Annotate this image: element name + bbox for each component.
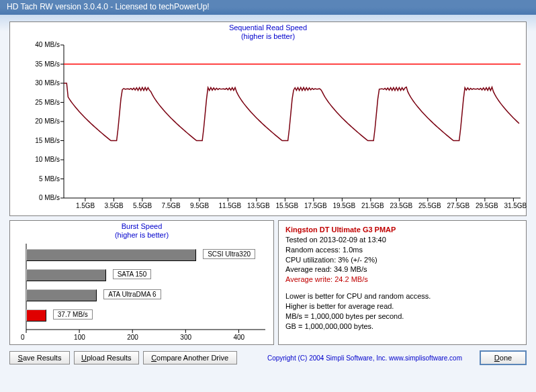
seq-x-label: 13.5GB <box>247 202 270 209</box>
window-title: HD Tach RW version 3.0.4.0 - Licensed to… <box>7 2 210 11</box>
note-3: MB/s = 1,000,000 bytes per second. <box>285 311 519 322</box>
save-label: ave Results <box>23 354 61 362</box>
seq-x-label: 25.5GB <box>418 202 441 209</box>
compare-label: ompare Another Drive <box>157 354 228 362</box>
note-1: Lower is better for CPU and random acces… <box>285 291 519 301</box>
seq-x-label: 9.5GB <box>190 202 209 209</box>
seq-x-label: 11.5GB <box>218 202 241 209</box>
compare-drive-button[interactable]: Compare Another Drive <box>143 351 237 364</box>
seq-plot-area <box>64 45 521 198</box>
seq-x-label: 31.5GB <box>504 202 527 209</box>
upload-results-button[interactable]: Upload Results <box>74 351 139 364</box>
device-name: Kingston DT Ultimate G3 PMAP <box>285 225 519 235</box>
burst-x-label: 0 <box>21 334 25 341</box>
seq-y-label: 0 MB/s <box>22 194 60 201</box>
seq-x-label: 17.5GB <box>304 202 327 209</box>
seq-y-label: 5 MB/s <box>22 175 60 183</box>
burst-x-label: 100 <box>74 334 85 341</box>
seq-y-label: 10 MB/s <box>22 156 60 163</box>
seq-y-label: 30 MB/s <box>22 79 60 87</box>
burst-x-label: 400 <box>233 334 244 341</box>
copyright-text: Copyright (C) 2004 Simpli Software, Inc.… <box>267 354 462 362</box>
seq-x-label: 5.5GB <box>133 202 152 209</box>
burst-label-measured: 37.7 MB/s <box>53 309 93 320</box>
seq-y-label: 40 MB/s <box>22 41 60 48</box>
note-4: GB = 1,000,000,000 bytes. <box>285 322 519 332</box>
burst-speed-panel: Burst Speed (higher is better) SCSI Ultr… <box>9 220 274 345</box>
seq-x-label: 15.5GB <box>275 202 298 209</box>
burst-bar-ata <box>26 289 97 301</box>
done-button[interactable]: Done <box>480 350 527 365</box>
seq-x-label: 23.5GB <box>390 202 412 209</box>
average-read: Average read: 34.9 MB/s <box>285 264 519 275</box>
burst-label-ata: ATA UltraDMA 6 <box>103 289 161 299</box>
sequential-read-panel: Sequential Read Speed (higher is better)… <box>9 21 527 216</box>
burst-title-1: Burst Speed <box>122 222 163 230</box>
random-access: Random access: 1.0ms <box>285 245 519 255</box>
burst-bar-sata <box>26 269 106 281</box>
upload-label: pload Results <box>87 354 132 362</box>
burst-plot-area: SCSI Ultra320 SATA 150 ATA UltraDMA 6 37… <box>26 244 265 338</box>
seq-y-label: 15 MB/s <box>22 137 60 144</box>
save-results-button[interactable]: Save Results <box>9 351 70 364</box>
burst-x-label: 300 <box>180 334 191 341</box>
seq-chart-title: Sequential Read Speed (higher is better) <box>10 23 526 40</box>
burst-x-label: 200 <box>127 334 138 341</box>
burst-title-2: (higher is better) <box>115 231 169 239</box>
average-write: Average write: 24.2 MB/s <box>285 275 519 285</box>
note-2: Higher is better for average read. <box>285 301 519 311</box>
burst-bar-scsi <box>26 249 196 261</box>
seq-x-label: 27.5GB <box>447 202 470 209</box>
seq-x-label: 7.5GB <box>161 202 180 209</box>
seq-y-label: 25 MB/s <box>22 99 60 106</box>
seq-y-label: 20 MB/s <box>22 117 60 125</box>
burst-bar-measured <box>26 309 46 322</box>
window-titlebar: HD Tach RW version 3.0.4.0 - Licensed to… <box>0 0 536 15</box>
seq-x-label: 21.5GB <box>361 202 384 209</box>
seq-x-label: 29.5GB <box>476 202 498 209</box>
seq-x-label: 3.5GB <box>104 202 123 209</box>
seq-title-1: Sequential Read Speed <box>229 23 307 32</box>
burst-chart-title: Burst Speed (higher is better) <box>10 222 273 239</box>
burst-label-sata: SATA 150 <box>113 269 152 279</box>
burst-label-scsi: SCSI Ultra320 <box>203 249 255 259</box>
cpu-utilization: CPU utilization: 3% (+/- 2%) <box>285 255 519 265</box>
tested-on: Tested on 2013-02-09 at 13:40 <box>285 235 519 245</box>
seq-x-label: 19.5GB <box>332 202 355 209</box>
seq-y-label: 35 MB/s <box>22 60 60 68</box>
seq-title-2: (higher is better) <box>241 32 295 40</box>
done-label: one <box>500 354 512 362</box>
seq-x-label: 1.5GB <box>76 202 95 209</box>
info-panel: Kingston DT Ultimate G3 PMAP Tested on 2… <box>278 220 527 345</box>
